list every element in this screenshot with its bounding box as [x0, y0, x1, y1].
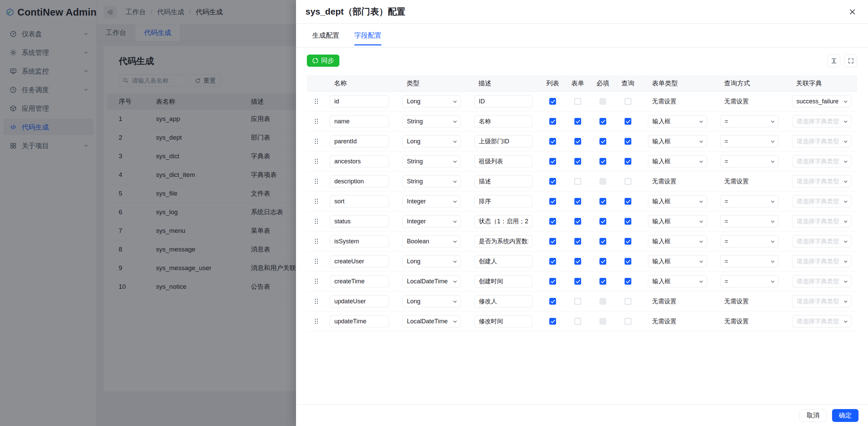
drag-handle[interactable] — [307, 278, 330, 284]
form-checkbox[interactable] — [574, 178, 581, 185]
list-checkbox[interactable] — [549, 198, 556, 205]
field-desc-input[interactable] — [474, 95, 533, 107]
list-checkbox[interactable] — [549, 298, 556, 305]
form-checkbox[interactable] — [574, 278, 581, 285]
form-checkbox[interactable] — [574, 218, 581, 225]
field-type-select[interactable]: String — [402, 175, 461, 187]
required-checkbox[interactable] — [599, 118, 606, 125]
query-checkbox[interactable] — [625, 318, 631, 325]
field-desc-input[interactable] — [474, 295, 533, 307]
field-desc-input[interactable] — [474, 315, 533, 327]
query-checkbox[interactable] — [625, 278, 631, 285]
drag-handle[interactable] — [307, 158, 330, 164]
query-checkbox[interactable] — [625, 118, 631, 125]
field-type-select[interactable]: String — [402, 155, 461, 167]
field-name-input[interactable] — [330, 195, 389, 207]
form-type-select[interactable]: 输入框 — [648, 155, 707, 167]
required-checkbox[interactable] — [599, 258, 606, 265]
drawer-tab-0[interactable]: 生成配置 — [312, 24, 339, 47]
close-icon[interactable] — [846, 6, 859, 18]
query-checkbox[interactable] — [625, 238, 631, 245]
drag-handle[interactable] — [307, 198, 330, 204]
list-checkbox[interactable] — [549, 278, 556, 285]
query-checkbox[interactable] — [625, 218, 631, 225]
field-name-input[interactable] — [330, 95, 389, 107]
field-type-select[interactable]: Boolean — [402, 235, 461, 247]
field-type-select[interactable]: Long — [402, 255, 461, 267]
sync-button[interactable]: 同步 — [307, 55, 339, 67]
fullscreen-icon[interactable] — [844, 54, 857, 67]
field-desc-input[interactable] — [474, 175, 533, 187]
form-checkbox[interactable] — [574, 318, 581, 325]
query-type-select[interactable]: = — [720, 135, 778, 147]
drag-handle[interactable] — [307, 258, 330, 264]
drag-handle[interactable] — [307, 298, 330, 304]
drag-handle[interactable] — [307, 238, 330, 244]
field-type-select[interactable]: LocalDateTime — [402, 315, 461, 327]
form-type-select[interactable]: 输入框 — [648, 115, 707, 127]
list-checkbox[interactable] — [549, 318, 556, 325]
form-type-select[interactable]: 输入框 — [648, 135, 707, 147]
required-checkbox[interactable] — [599, 238, 606, 245]
field-type-select[interactable]: Long — [402, 135, 461, 147]
drag-handle[interactable] — [307, 118, 330, 124]
required-checkbox[interactable] — [599, 138, 606, 145]
field-name-input[interactable] — [330, 115, 389, 127]
field-desc-input[interactable] — [474, 215, 533, 227]
query-checkbox[interactable] — [625, 178, 631, 185]
list-checkbox[interactable] — [549, 98, 556, 105]
field-name-input[interactable] — [330, 215, 389, 227]
list-checkbox[interactable] — [549, 178, 556, 185]
field-type-select[interactable]: Integer — [402, 195, 461, 207]
form-checkbox[interactable] — [574, 118, 581, 125]
field-desc-input[interactable] — [474, 255, 533, 267]
query-type-select[interactable]: = — [720, 235, 778, 247]
query-checkbox[interactable] — [625, 158, 631, 165]
form-checkbox[interactable] — [574, 258, 581, 265]
drawer-mask[interactable] — [0, 0, 296, 426]
query-checkbox[interactable] — [625, 198, 631, 205]
list-checkbox[interactable] — [549, 258, 556, 265]
field-name-input[interactable] — [330, 135, 389, 147]
query-checkbox[interactable] — [625, 258, 631, 265]
query-type-select[interactable]: = — [720, 115, 778, 127]
form-type-select[interactable]: 输入框 — [648, 255, 707, 267]
field-type-select[interactable]: Integer — [402, 215, 461, 227]
row-height-icon[interactable] — [827, 54, 840, 67]
field-name-input[interactable] — [330, 175, 389, 187]
query-type-select[interactable]: = — [720, 155, 778, 167]
field-name-input[interactable] — [330, 275, 389, 287]
query-checkbox[interactable] — [625, 138, 631, 145]
form-checkbox[interactable] — [574, 238, 581, 245]
field-name-input[interactable] — [330, 155, 389, 167]
field-desc-input[interactable] — [474, 115, 533, 127]
list-checkbox[interactable] — [549, 238, 556, 245]
required-checkbox[interactable] — [599, 198, 606, 205]
required-checkbox[interactable] — [599, 158, 606, 165]
list-checkbox[interactable] — [549, 118, 556, 125]
field-name-input[interactable] — [330, 255, 389, 267]
field-name-input[interactable] — [330, 235, 389, 247]
field-type-select[interactable]: Long — [402, 95, 461, 107]
field-type-select[interactable]: String — [402, 115, 461, 127]
query-checkbox[interactable] — [625, 98, 631, 105]
field-desc-input[interactable] — [474, 155, 533, 167]
form-checkbox[interactable] — [574, 298, 581, 305]
field-type-select[interactable]: Long — [402, 295, 461, 307]
field-desc-input[interactable] — [474, 135, 533, 147]
list-checkbox[interactable] — [549, 218, 556, 225]
list-checkbox[interactable] — [549, 158, 556, 165]
form-type-select[interactable]: 输入框 — [648, 195, 707, 207]
required-checkbox[interactable] — [599, 278, 606, 285]
field-name-input[interactable] — [330, 295, 389, 307]
query-type-select[interactable]: = — [720, 275, 778, 287]
query-checkbox[interactable] — [625, 298, 631, 305]
query-type-select[interactable]: = — [720, 255, 778, 267]
field-desc-input[interactable] — [474, 195, 533, 207]
drag-handle[interactable] — [307, 138, 330, 144]
drag-handle[interactable] — [307, 98, 330, 104]
cancel-button[interactable]: 取消 — [800, 409, 827, 422]
form-checkbox[interactable] — [574, 98, 581, 105]
confirm-button[interactable]: 确定 — [832, 409, 859, 422]
form-checkbox[interactable] — [574, 138, 581, 145]
